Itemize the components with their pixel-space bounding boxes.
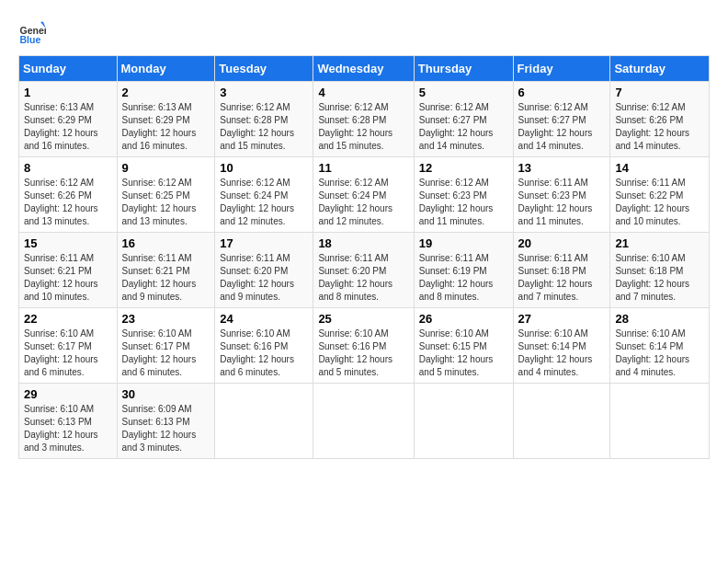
day-number: 8 bbox=[24, 161, 112, 175]
calendar-cell bbox=[610, 384, 710, 459]
day-number: 4 bbox=[318, 86, 408, 99]
calendar-cell: 17Sunrise: 6:11 AMSunset: 6:20 PMDayligh… bbox=[215, 233, 313, 308]
calendar-cell: 9Sunrise: 6:12 AMSunset: 6:25 PMDaylight… bbox=[117, 157, 215, 233]
day-number: 13 bbox=[518, 161, 606, 175]
weekday-header: Monday bbox=[117, 56, 215, 82]
calendar-cell: 14Sunrise: 6:11 AMSunset: 6:22 PMDayligh… bbox=[610, 157, 710, 233]
day-number: 5 bbox=[419, 86, 508, 99]
day-number: 21 bbox=[615, 236, 704, 250]
weekday-header: Thursday bbox=[414, 56, 513, 82]
calendar-cell: 22Sunrise: 6:10 AMSunset: 6:17 PMDayligh… bbox=[19, 308, 118, 384]
calendar-cell: 25Sunrise: 6:10 AMSunset: 6:16 PMDayligh… bbox=[313, 308, 414, 384]
day-number: 24 bbox=[220, 312, 308, 326]
weekday-header: Wednesday bbox=[313, 56, 414, 82]
calendar-cell: 30Sunrise: 6:09 AMSunset: 6:13 PMDayligh… bbox=[117, 384, 215, 459]
day-number: 18 bbox=[318, 236, 408, 250]
calendar-cell: 16Sunrise: 6:11 AMSunset: 6:21 PMDayligh… bbox=[117, 233, 215, 308]
day-number: 12 bbox=[419, 161, 508, 175]
day-number: 20 bbox=[518, 236, 606, 250]
calendar-cell: 13Sunrise: 6:11 AMSunset: 6:23 PMDayligh… bbox=[513, 157, 610, 233]
day-info: Sunrise: 6:12 AMSunset: 6:28 PMDaylight:… bbox=[318, 101, 408, 153]
day-info: Sunrise: 6:10 AMSunset: 6:17 PMDaylight:… bbox=[24, 327, 112, 379]
day-number: 17 bbox=[220, 236, 308, 250]
day-number: 11 bbox=[318, 161, 408, 175]
day-number: 29 bbox=[24, 387, 112, 401]
svg-text:Blue: Blue bbox=[20, 34, 41, 45]
calendar-cell: 21Sunrise: 6:10 AMSunset: 6:18 PMDayligh… bbox=[610, 233, 710, 308]
calendar-cell: 12Sunrise: 6:12 AMSunset: 6:23 PMDayligh… bbox=[414, 157, 513, 233]
calendar-cell: 5Sunrise: 6:12 AMSunset: 6:27 PMDaylight… bbox=[414, 82, 513, 157]
calendar-cell: 24Sunrise: 6:10 AMSunset: 6:16 PMDayligh… bbox=[215, 308, 313, 384]
calendar-cell: 4Sunrise: 6:12 AMSunset: 6:28 PMDaylight… bbox=[313, 82, 414, 157]
calendar-cell: 18Sunrise: 6:11 AMSunset: 6:20 PMDayligh… bbox=[313, 233, 414, 308]
day-info: Sunrise: 6:10 AMSunset: 6:16 PMDaylight:… bbox=[318, 327, 408, 379]
calendar-cell: 20Sunrise: 6:11 AMSunset: 6:18 PMDayligh… bbox=[513, 233, 610, 308]
day-info: Sunrise: 6:12 AMSunset: 6:24 PMDaylight:… bbox=[220, 177, 308, 228]
day-info: Sunrise: 6:11 AMSunset: 6:23 PMDaylight:… bbox=[518, 177, 606, 228]
calendar-cell: 26Sunrise: 6:10 AMSunset: 6:15 PMDayligh… bbox=[414, 308, 513, 384]
day-number: 16 bbox=[122, 236, 210, 250]
day-info: Sunrise: 6:10 AMSunset: 6:15 PMDaylight:… bbox=[419, 327, 508, 379]
day-info: Sunrise: 6:09 AMSunset: 6:13 PMDaylight:… bbox=[122, 403, 210, 454]
day-info: Sunrise: 6:12 AMSunset: 6:23 PMDaylight:… bbox=[419, 177, 508, 228]
day-info: Sunrise: 6:10 AMSunset: 6:17 PMDaylight:… bbox=[122, 327, 210, 379]
calendar-table: SundayMondayTuesdayWednesdayThursdayFrid… bbox=[18, 55, 710, 459]
day-number: 9 bbox=[122, 161, 210, 175]
weekday-header: Tuesday bbox=[215, 56, 313, 82]
day-number: 27 bbox=[518, 312, 606, 326]
calendar-cell: 6Sunrise: 6:12 AMSunset: 6:27 PMDaylight… bbox=[513, 82, 610, 157]
calendar-cell: 7Sunrise: 6:12 AMSunset: 6:26 PMDaylight… bbox=[610, 82, 710, 157]
calendar-cell bbox=[414, 384, 513, 459]
day-number: 22 bbox=[24, 312, 112, 326]
calendar-cell: 27Sunrise: 6:10 AMSunset: 6:14 PMDayligh… bbox=[513, 308, 610, 384]
day-info: Sunrise: 6:13 AMSunset: 6:29 PMDaylight:… bbox=[122, 101, 210, 153]
day-number: 2 bbox=[122, 86, 210, 99]
day-number: 3 bbox=[220, 86, 308, 99]
calendar-cell: 2Sunrise: 6:13 AMSunset: 6:29 PMDaylight… bbox=[117, 82, 215, 157]
day-info: Sunrise: 6:12 AMSunset: 6:28 PMDaylight:… bbox=[220, 101, 308, 153]
day-info: Sunrise: 6:12 AMSunset: 6:26 PMDaylight:… bbox=[615, 101, 704, 153]
weekday-header: Friday bbox=[513, 56, 610, 82]
day-number: 28 bbox=[615, 312, 704, 326]
weekday-header: Saturday bbox=[610, 56, 710, 82]
calendar-cell: 1Sunrise: 6:13 AMSunset: 6:29 PMDaylight… bbox=[19, 82, 118, 157]
day-info: Sunrise: 6:10 AMSunset: 6:18 PMDaylight:… bbox=[615, 252, 704, 304]
day-info: Sunrise: 6:10 AMSunset: 6:13 PMDaylight:… bbox=[24, 403, 112, 454]
day-number: 14 bbox=[615, 161, 704, 175]
day-info: Sunrise: 6:12 AMSunset: 6:26 PMDaylight:… bbox=[24, 177, 112, 228]
day-number: 10 bbox=[220, 161, 308, 175]
day-number: 26 bbox=[419, 312, 508, 326]
day-number: 25 bbox=[318, 312, 408, 326]
calendar-cell: 15Sunrise: 6:11 AMSunset: 6:21 PMDayligh… bbox=[19, 233, 118, 308]
day-info: Sunrise: 6:13 AMSunset: 6:29 PMDaylight:… bbox=[24, 101, 112, 153]
weekday-header: Sunday bbox=[19, 56, 118, 82]
calendar-cell bbox=[513, 384, 610, 459]
day-number: 6 bbox=[518, 86, 606, 99]
day-info: Sunrise: 6:10 AMSunset: 6:14 PMDaylight:… bbox=[615, 327, 704, 379]
calendar-cell: 3Sunrise: 6:12 AMSunset: 6:28 PMDaylight… bbox=[215, 82, 313, 157]
calendar-cell bbox=[215, 384, 313, 459]
day-number: 1 bbox=[24, 86, 112, 99]
day-info: Sunrise: 6:11 AMSunset: 6:21 PMDaylight:… bbox=[122, 252, 210, 304]
day-info: Sunrise: 6:11 AMSunset: 6:20 PMDaylight:… bbox=[318, 252, 408, 304]
day-info: Sunrise: 6:11 AMSunset: 6:22 PMDaylight:… bbox=[615, 177, 704, 228]
calendar-cell: 19Sunrise: 6:11 AMSunset: 6:19 PMDayligh… bbox=[414, 233, 513, 308]
calendar-cell: 11Sunrise: 6:12 AMSunset: 6:24 PMDayligh… bbox=[313, 157, 414, 233]
logo: General Blue bbox=[18, 18, 46, 46]
day-info: Sunrise: 6:12 AMSunset: 6:25 PMDaylight:… bbox=[122, 177, 210, 228]
day-number: 23 bbox=[122, 312, 210, 326]
day-info: Sunrise: 6:10 AMSunset: 6:16 PMDaylight:… bbox=[220, 327, 308, 379]
day-info: Sunrise: 6:10 AMSunset: 6:14 PMDaylight:… bbox=[518, 327, 606, 379]
day-info: Sunrise: 6:11 AMSunset: 6:20 PMDaylight:… bbox=[220, 252, 308, 304]
day-info: Sunrise: 6:11 AMSunset: 6:18 PMDaylight:… bbox=[518, 252, 606, 304]
calendar-cell bbox=[313, 384, 414, 459]
day-info: Sunrise: 6:11 AMSunset: 6:21 PMDaylight:… bbox=[24, 252, 112, 304]
day-info: Sunrise: 6:11 AMSunset: 6:19 PMDaylight:… bbox=[419, 252, 508, 304]
page-header: General Blue bbox=[18, 18, 710, 46]
day-number: 7 bbox=[615, 86, 704, 99]
logo-icon: General Blue bbox=[18, 18, 46, 46]
calendar-cell: 29Sunrise: 6:10 AMSunset: 6:13 PMDayligh… bbox=[19, 384, 118, 459]
calendar-cell: 10Sunrise: 6:12 AMSunset: 6:24 PMDayligh… bbox=[215, 157, 313, 233]
calendar-cell: 28Sunrise: 6:10 AMSunset: 6:14 PMDayligh… bbox=[610, 308, 710, 384]
day-info: Sunrise: 6:12 AMSunset: 6:27 PMDaylight:… bbox=[518, 101, 606, 153]
